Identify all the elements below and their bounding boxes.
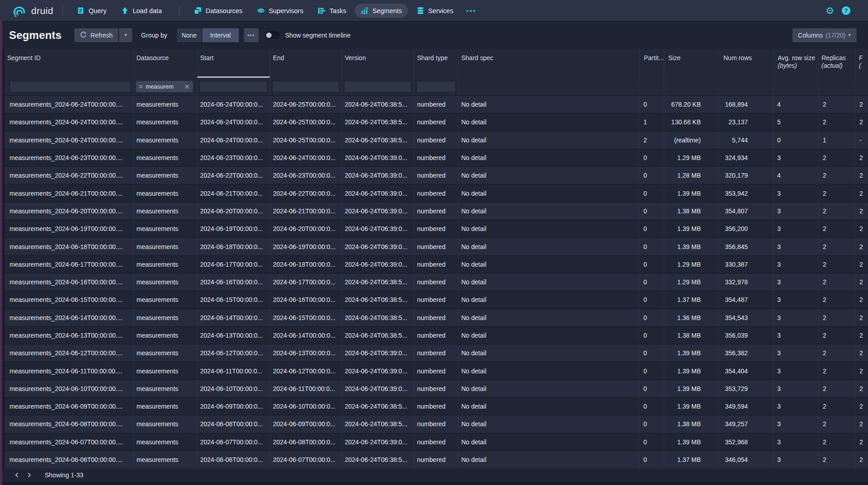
table-row[interactable]: measurements_2024-06-21T00:00:00.... mea… — [5, 184, 868, 202]
cell-datasource: measurements — [134, 415, 197, 433]
table-row[interactable]: measurements_2024-06-22T00:00:00.... mea… — [5, 166, 868, 184]
columns-button[interactable]: Columns (17/20) ▾ — [792, 28, 857, 42]
column-header-replicas[interactable]: Replicas(actual) — [819, 49, 855, 78]
next-page-button[interactable] — [25, 470, 34, 480]
table-row[interactable]: measurements_2024-06-24T00:00:00.... mea… — [5, 131, 868, 149]
cell-partition: 0 — [639, 291, 664, 308]
nav-item-query[interactable]: Query — [71, 4, 113, 18]
cell-size: 678.20 KB — [664, 96, 718, 113]
table-row[interactable]: measurements_2024-06-18T00:00:00.... mea… — [5, 237, 868, 255]
cell-size: 1.29 MB — [664, 256, 718, 273]
cell-shard-spec: No detail — [459, 256, 639, 273]
column-header-replication-factor[interactable]: F( — [855, 49, 868, 78]
cell-size: 1.39 MB — [664, 398, 718, 415]
table-row[interactable]: measurements_2024-06-24T00:00:00.... mea… — [5, 95, 868, 113]
cell-segment-id: measurements_2024-06-11T00:00:00.... — [5, 362, 134, 379]
table-row[interactable]: measurements_2024-06-15T00:00:00.... mea… — [5, 291, 868, 308]
cell-version: 2024-06-24T06:38:5... — [342, 451, 414, 468]
nav-item-segments[interactable]: Segments — [355, 4, 408, 18]
table-row[interactable]: measurements_2024-06-09T00:00:00.... mea… — [5, 397, 868, 415]
cell-avg-row-size: 3 — [774, 433, 819, 451]
cell-partition: 0 — [639, 220, 664, 237]
refresh-button[interactable]: Refresh — [74, 28, 118, 42]
cell-shard-type: numbered — [414, 380, 459, 397]
cell-start: 2024-06-22T00:00:0... — [197, 167, 270, 184]
table-row[interactable]: measurements_2024-06-17T00:00:00.... mea… — [5, 255, 868, 273]
toolbar-more-button[interactable]: ••• — [244, 28, 259, 42]
filter-input-segment-id[interactable] — [9, 80, 131, 93]
group-by-none-button[interactable]: None — [177, 28, 202, 42]
cell-segment-id: measurements_2024-06-24T00:00:00.... — [5, 132, 134, 149]
nav-divider — [62, 6, 63, 16]
previous-page-button[interactable] — [12, 470, 21, 480]
segment-timeline-toggle[interactable] — [265, 32, 280, 39]
cell-end: 2024-06-19T00:00:0... — [270, 238, 342, 255]
table-row[interactable]: measurements_2024-06-20T00:00:00.... mea… — [5, 202, 868, 220]
cell-datasource: measurements — [134, 96, 197, 113]
cell-avg-row-size: 3 — [774, 238, 819, 255]
table-row[interactable]: measurements_2024-06-10T00:00:00.... mea… — [5, 380, 868, 397]
table-row[interactable]: measurements_2024-06-07T00:00:00.... mea… — [5, 433, 868, 451]
cell-shard-type: numbered — [414, 344, 459, 362]
cell-partition: 0 — [639, 96, 664, 113]
cell-shard-type: numbered — [414, 398, 459, 415]
group-by-interval-button[interactable]: Interval — [202, 28, 239, 42]
cell-shard-spec: No detail — [459, 202, 639, 220]
table-row[interactable]: measurements_2024-06-14T00:00:00.... mea… — [5, 309, 868, 326]
column-header-size[interactable]: Size — [664, 49, 718, 78]
help-icon[interactable]: ? — [842, 6, 850, 15]
table-row[interactable]: measurements_2024-06-06T00:00:00.... mea… — [5, 451, 868, 468]
table-row[interactable]: measurements_2024-06-12T00:00:00.... mea… — [5, 344, 868, 362]
cell-shard-spec: No detail — [459, 167, 639, 184]
column-header-partition[interactable]: Partit... — [639, 49, 664, 78]
table-row[interactable]: measurements_2024-06-13T00:00:00.... mea… — [5, 326, 868, 344]
cell-version: 2024-06-24T06:39:0... — [342, 202, 414, 220]
column-header-shard-spec[interactable]: Shard spec — [459, 49, 639, 78]
column-header-version[interactable]: Version — [342, 49, 414, 78]
nav-item-supervisors[interactable]: Supervisors — [251, 4, 310, 18]
table-row[interactable]: measurements_2024-06-16T00:00:00.... mea… — [5, 273, 868, 291]
nav-more-button[interactable]: ••• — [462, 4, 481, 17]
table-row[interactable]: measurements_2024-06-23T00:00:00.... mea… — [5, 149, 868, 166]
refresh-caret-button[interactable]: ▾ — [119, 28, 132, 42]
filter-input-end[interactable] — [272, 80, 339, 93]
column-header-end[interactable]: End — [270, 49, 342, 78]
brand-text: druid — [31, 5, 53, 16]
nav-item-services[interactable]: Services — [411, 4, 460, 18]
cell-shard-type: numbered — [414, 113, 459, 131]
nav-item-datasources[interactable]: Datasources — [188, 4, 248, 18]
cell-num-rows: 356,845 — [718, 238, 774, 255]
column-header-start[interactable]: Start — [197, 49, 270, 78]
gear-icon[interactable]: ⚙ — [826, 6, 834, 15]
cell-partition: 0 — [639, 149, 664, 166]
group-by-segmented-control: None Interval — [177, 28, 239, 42]
cell-replication-factor: 2 — [855, 113, 868, 131]
filter-input-shard-type[interactable] — [416, 80, 456, 93]
table-row[interactable]: measurements_2024-06-19T00:00:00.... mea… — [5, 220, 868, 237]
cell-end: 2024-06-08T00:00:0... — [270, 433, 342, 451]
cell-segment-id: measurements_2024-06-12T00:00:00.... — [5, 344, 134, 362]
filter-input-version[interactable] — [344, 80, 412, 93]
datasource-filter-tag[interactable]: = measurem ✕ — [136, 81, 193, 92]
column-header-avg-row-size[interactable]: Avg. row size(bytes) — [774, 49, 819, 78]
column-header-shard-type[interactable]: Shard type — [414, 49, 459, 78]
cell-start: 2024-06-13T00:00:0... — [197, 327, 270, 344]
cell-datasource: measurements — [134, 113, 197, 131]
chevron-down-icon: ▾ — [848, 32, 851, 38]
column-header-num-rows[interactable]: Num rows — [718, 49, 774, 78]
cell-version: 2024-06-24T06:38:5... — [342, 415, 414, 433]
table-row[interactable]: measurements_2024-06-24T00:00:00.... mea… — [5, 113, 868, 131]
column-header-segment-id[interactable]: Segment ID — [5, 49, 134, 78]
druid-logo[interactable]: druid — [12, 4, 53, 18]
cell-replication-factor: 2 — [855, 238, 868, 255]
cell-start: 2024-06-17T00:00:0... — [197, 256, 270, 273]
nav-item-tasks[interactable]: Tasks — [312, 4, 352, 18]
column-header-datasource[interactable]: Datasource — [134, 49, 197, 78]
nav-item-load-data[interactable]: Load data — [115, 4, 168, 18]
table-row[interactable]: measurements_2024-06-11T00:00:00.... mea… — [5, 362, 868, 379]
filter-input-start[interactable] — [199, 80, 267, 93]
cell-shard-type: numbered — [414, 327, 459, 344]
cell-avg-row-size: 3 — [774, 362, 819, 379]
table-row[interactable]: measurements_2024-06-08T00:00:00.... mea… — [5, 415, 868, 433]
remove-filter-icon[interactable]: ✕ — [184, 83, 190, 90]
